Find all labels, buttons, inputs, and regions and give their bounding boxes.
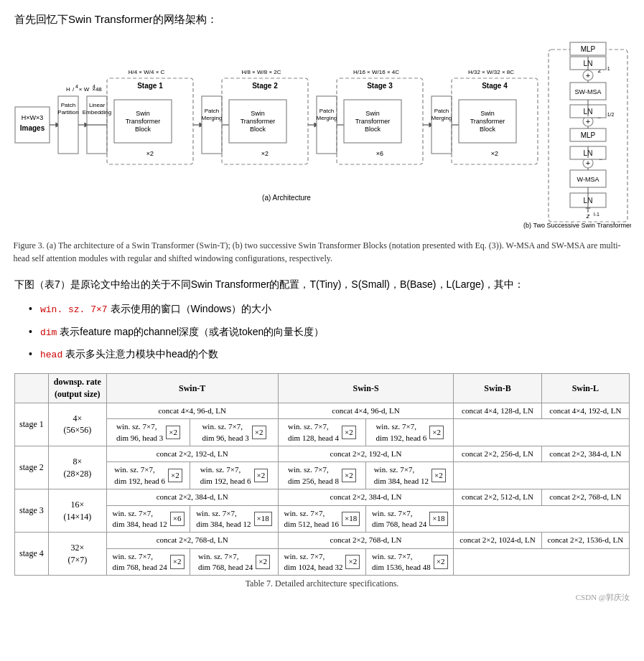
table-row: win. sz. 7×7,dim 96, head 3×2win. sz. 7×… — [15, 419, 630, 446]
swinl-concat: concat 2×2, 1536-d, LN — [541, 533, 629, 548]
th-swins: Swin-S — [278, 374, 454, 403]
table-container: downsp. rate(output size) Swin-T Swin-S … — [14, 373, 630, 589]
bullet-item-2: dim 表示feature map的channel深度（或者说token的向量长… — [29, 324, 630, 341]
swinb-block: win. sz. 7×7,dim 256, head 8×2 — [278, 462, 365, 489]
swint-concat: concat 2×2, 384-d, LN — [106, 489, 278, 505]
svg-text:Swin: Swin — [251, 110, 265, 117]
svg-rect-54 — [431, 96, 452, 154]
table-header-row: downsp. rate(output size) Swin-T Swin-S … — [15, 374, 630, 403]
svg-text:Stage 3: Stage 3 — [367, 82, 393, 90]
swinb-block: win. sz. 7×7,dim 1024, head 32×2 — [278, 548, 365, 576]
svg-text:+: + — [585, 117, 589, 126]
svg-text:Stage 2: Stage 2 — [252, 82, 278, 90]
stage-label: stage 2 — [15, 446, 49, 489]
swinl-concat: concat 2×2, 384-d, LN — [541, 446, 629, 461]
swins-concat: concat 2×2, 192-d, LN — [278, 446, 454, 461]
swinb-block: win. sz. 7×7,dim 512, head 16×18 — [278, 505, 365, 533]
table-row: win. sz. 7×7,dim 384, head 12×6win. sz. … — [15, 505, 630, 533]
svg-text:Images: Images — [19, 124, 45, 132]
stage-label: stage 4 — [15, 533, 49, 576]
swint-concat: concat 2×2, 192-d, LN — [106, 446, 278, 461]
svg-text:Patch: Patch — [319, 108, 333, 114]
architecture-diagram-area: H×W×3 Images Patch Partition Linear Embe… — [14, 35, 630, 272]
swins-concat: concat 2×2, 384-d, LN — [278, 489, 454, 505]
swinl-block: win. sz. 7×7,dim 768, head 24×18 — [366, 505, 454, 533]
th-empty1 — [15, 374, 49, 403]
svg-text:H/8 × W/8 × 2C: H/8 × W/8 × 2C — [241, 69, 281, 75]
swins-block: win. sz. 7×7,dim 768, head 24×2 — [190, 548, 278, 576]
svg-text:Transformer: Transformer — [470, 118, 505, 125]
svg-text:(a) Architecture: (a) Architecture — [262, 194, 311, 202]
svg-text:×2: ×2 — [490, 150, 498, 157]
svg-text:Swin: Swin — [365, 110, 380, 117]
svg-text:×2: ×2 — [146, 150, 153, 157]
svg-text:Swin: Swin — [136, 110, 150, 117]
table-row: win. sz. 7×7,dim 192, head 6×2win. sz. 7… — [15, 462, 630, 489]
th-downsp: downsp. rate(output size) — [48, 374, 106, 403]
swinb-block: win. sz. 7×7,dim 128, head 4×2 — [278, 419, 365, 446]
svg-text:Block: Block — [479, 126, 495, 133]
figure-caption: Figure 3. (a) The architecture of a Swin… — [14, 239, 631, 265]
bullet-code-2: dim — [40, 327, 57, 338]
svg-text:+: + — [585, 159, 589, 167]
swint-block: win. sz. 7×7,dim 768, head 24×2 — [106, 548, 190, 576]
svg-text:H/4 × W/4 × C: H/4 × W/4 × C — [128, 69, 164, 75]
table-row: stage 432×(7×7)concat 2×2, 768-d, LNconc… — [15, 533, 630, 548]
svg-text:/: / — [72, 86, 74, 93]
svg-text:×2: ×2 — [261, 150, 268, 157]
swint-concat: concat 2×2, 768-d, LN — [106, 533, 278, 548]
table-row: stage 28×(28×28)concat 2×2, 192-d, LNcon… — [15, 446, 630, 461]
swinb-concat: concat 2×2, 256-d, LN — [454, 446, 541, 461]
bullet-item-3: head 表示多头注意力模块中head的个数 — [29, 346, 630, 363]
svg-text:×6: ×6 — [375, 150, 383, 157]
svg-text:SW-MSA: SW-MSA — [574, 88, 601, 95]
svg-text:4: 4 — [75, 84, 78, 89]
swint-block: win. sz. 7×7,dim 384, head 12×6 — [106, 505, 190, 533]
swins-concat: concat 2×2, 768-d, LN — [278, 533, 454, 548]
svg-text:Block: Block — [364, 126, 381, 133]
svg-text:Block: Block — [134, 126, 151, 133]
svg-rect-41 — [317, 96, 337, 154]
table-row: win. sz. 7×7,dim 768, head 24×2win. sz. … — [15, 548, 630, 576]
svg-text:× W: × W — [78, 86, 89, 93]
svg-text:Swin: Swin — [480, 110, 495, 117]
swinl-block: win. sz. 7×7,dim 384, head 12×2 — [366, 462, 454, 489]
svg-text:H: H — [66, 86, 70, 93]
swins-block: win. sz. 7×7,dim 96, head 3×2 — [190, 419, 278, 446]
swinl-block: win. sz. 7×7,dim 1536, head 48×2 — [366, 548, 454, 576]
stage-label: stage 3 — [15, 489, 49, 533]
svg-text:Transformer: Transformer — [240, 118, 275, 125]
section-description: 下图（表7）是原论文中给出的关于不同Swin Transformer的配置，T(… — [14, 276, 630, 294]
th-swinl: Swin-L — [541, 374, 629, 403]
svg-text:W-MSA: W-MSA — [577, 176, 599, 183]
swins-block: win. sz. 7×7,dim 192, head 6×2 — [190, 462, 278, 489]
rate-label: 32×(7×7) — [48, 533, 106, 576]
svg-text:Patch: Patch — [60, 102, 75, 108]
intro-title: 首先回忆下Swin Transformer的网络架构： — [14, 13, 630, 27]
swinl-concat: concat 4×4, 192-d, LN — [541, 403, 629, 418]
svg-text:z: z — [585, 212, 589, 220]
watermark: CSDN @郭庆汝 — [576, 592, 630, 603]
rate-label: 16×(14×14) — [48, 489, 106, 533]
svg-text:(b) Two Successive Swin Transf: (b) Two Successive Swin Transformer Bloc… — [523, 222, 631, 229]
svg-text:Merging: Merging — [316, 115, 337, 121]
swint-block: win. sz. 7×7,dim 192, head 6×2 — [106, 462, 190, 489]
svg-text:Transformer: Transformer — [125, 118, 160, 125]
swinb-concat: concat 4×4, 128-d, LN — [454, 403, 541, 418]
th-swinb: Swin-B — [454, 374, 541, 403]
svg-text:Merging: Merging — [201, 115, 222, 121]
svg-text:+: + — [585, 71, 589, 80]
stage-label: stage 1 — [15, 403, 49, 446]
bullet-text-2: 表示feature map的channel深度（或者说token的向量长度） — [60, 326, 324, 337]
svg-text:Patch: Patch — [434, 108, 448, 114]
swinl-block: win. sz. 7×7,dim 192, head 6×2 — [366, 419, 454, 446]
swinl-concat: concat 2×2, 768-d, LN — [541, 489, 629, 505]
svg-text:Merging: Merging — [431, 115, 452, 121]
svg-text:Transformer: Transformer — [355, 118, 390, 125]
bullet-code-3: head — [40, 350, 62, 360]
svg-text:l-1: l-1 — [594, 212, 599, 217]
swinb-concat: concat 2×2, 1024-d, LN — [454, 533, 541, 548]
th-swint: Swin-T — [106, 374, 278, 403]
bullet-code-1: win. sz. 7×7 — [40, 304, 108, 315]
swint-concat: concat 4×4, 96-d, LN — [106, 403, 278, 418]
